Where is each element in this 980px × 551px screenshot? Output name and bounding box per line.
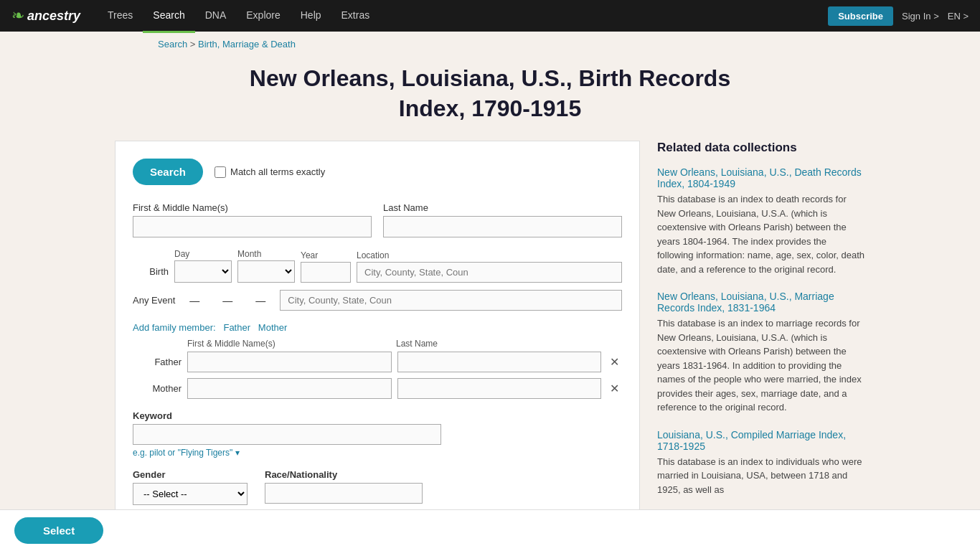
any-event-label: Any Event	[133, 295, 175, 306]
last-name-input[interactable]	[383, 216, 622, 237]
race-input[interactable]	[265, 483, 423, 504]
related-link-1[interactable]: New Orleans, Louisiana, U.S., Death Reco…	[657, 166, 865, 189]
birth-day-group: Day	[174, 249, 232, 283]
father-last-input[interactable]	[397, 352, 602, 372]
related-item-3: Louisiana, U.S., Compiled Marriage Index…	[657, 429, 865, 497]
keyword-label: Keyword	[133, 410, 622, 421]
day-label: Day	[174, 249, 232, 259]
select-bottom-bar: Select	[0, 509, 980, 551]
gender-select[interactable]: -- Select -- Male Female	[133, 483, 248, 505]
race-label: Race/Nationality	[265, 469, 423, 480]
page-title: New Orleans, Louisiana, U.S., Birth Reco…	[239, 64, 741, 123]
related-link-3[interactable]: Louisiana, U.S., Compiled Marriage Index…	[657, 429, 865, 452]
search-panel: Search Match all terms exactly First & M…	[115, 141, 640, 523]
gender-label: Gender	[133, 469, 248, 480]
mother-label: Mother	[133, 383, 182, 394]
any-event-row: Any Event — — —	[133, 290, 622, 311]
any-event-location-group	[280, 290, 622, 311]
birth-location-group: Location	[357, 250, 622, 283]
ancestry-leaf-icon: ❧	[11, 6, 24, 25]
select-button[interactable]: Select	[14, 517, 103, 544]
match-exact-label[interactable]: Match all terms exactly	[215, 166, 325, 178]
family-last-header: Last Name	[396, 339, 593, 349]
any-event-dash3: —	[247, 295, 274, 306]
add-mother-link[interactable]: Mother	[258, 322, 287, 333]
birth-day-select[interactable]	[174, 260, 232, 283]
add-family-static: Add family member:	[133, 322, 216, 333]
gender-group: Gender -- Select -- Male Female	[133, 469, 248, 505]
month-label: Month	[237, 249, 295, 259]
page-title-section: New Orleans, Louisiana, U.S., Birth Reco…	[0, 57, 980, 141]
related-desc-1: This database is an index to death recor…	[657, 192, 865, 276]
location-label: Location	[357, 250, 622, 260]
nav-link-extras[interactable]: Extras	[331, 0, 380, 33]
family-header: First & Middle Name(s) Last Name	[133, 339, 622, 349]
signin-link[interactable]: Sign In >	[902, 11, 939, 22]
related-item-1: New Orleans, Louisiana, U.S., Death Reco…	[657, 166, 865, 276]
father-label: Father	[133, 357, 182, 367]
nav-link-help[interactable]: Help	[291, 0, 331, 33]
year-label: Year	[301, 250, 351, 260]
related-desc-3: This database is an index to individuals…	[657, 455, 865, 497]
birth-month-group: Month	[237, 249, 295, 283]
mother-row: Mother ✕	[133, 378, 622, 399]
subscribe-button[interactable]: Subscribe	[828, 6, 893, 26]
family-first-header: First & Middle Name(s)	[187, 339, 385, 349]
any-event-dash2: —	[214, 295, 241, 306]
match-exact-text: Match all terms exactly	[230, 166, 325, 177]
birth-year-group: Year	[301, 250, 351, 283]
search-button[interactable]: Search	[133, 159, 203, 185]
keyword-input[interactable]	[133, 424, 441, 445]
last-name-label: Last Name	[383, 202, 622, 213]
search-top-row: Search Match all terms exactly	[133, 159, 622, 185]
match-exact-checkbox[interactable]	[215, 166, 226, 178]
first-middle-label: First & Middle Name(s)	[133, 202, 372, 213]
breadcrumb-birth-link[interactable]: Birth, Marriage & Death	[198, 39, 296, 50]
father-row: Father ✕	[133, 352, 622, 372]
related-desc-2: This database is an index to marriage re…	[657, 316, 865, 415]
related-panel: Related data collections New Orleans, Lo…	[657, 141, 865, 523]
mother-first-input[interactable]	[187, 378, 392, 399]
birth-label: Birth	[133, 266, 169, 283]
keyword-section: Keyword e.g. pilot or "Flying Tigers" ▾	[133, 410, 622, 458]
first-middle-group: First & Middle Name(s)	[133, 202, 372, 237]
any-event-location-input[interactable]	[280, 290, 622, 311]
related-item-2: New Orleans, Louisiana, U.S., Marriage R…	[657, 291, 865, 415]
nav-link-trees[interactable]: Trees	[98, 0, 143, 33]
birth-month-select[interactable]	[237, 260, 295, 283]
main-layout: Search Match all terms exactly First & M…	[0, 141, 980, 523]
add-father-link[interactable]: Father	[223, 322, 250, 333]
mother-remove-button[interactable]: ✕	[607, 379, 622, 398]
nav-right: Subscribe Sign In > EN >	[828, 6, 969, 26]
name-row: First & Middle Name(s) Last Name	[133, 202, 622, 237]
nav-link-explore[interactable]: Explore	[236, 0, 290, 33]
related-link-2[interactable]: New Orleans, Louisiana, U.S., Marriage R…	[657, 291, 865, 314]
last-name-group: Last Name	[383, 202, 622, 237]
keyword-hint[interactable]: e.g. pilot or "Flying Tigers" ▾	[133, 448, 622, 458]
nav-links: Trees Search DNA Explore Help Extras	[98, 0, 828, 33]
logo-text: ancestry	[27, 9, 80, 24]
father-remove-button[interactable]: ✕	[607, 352, 622, 372]
navigation: ❧ ancestry Trees Search DNA Explore Help…	[0, 0, 980, 32]
language-selector[interactable]: EN >	[948, 11, 969, 22]
logo[interactable]: ❧ ancestry	[11, 6, 80, 25]
birth-row: Birth Day Month Year Location	[133, 249, 622, 283]
race-group: Race/Nationality	[265, 469, 423, 505]
add-family-label: Add family member: Father Mother	[133, 322, 622, 333]
breadcrumb-search-link[interactable]: Search	[158, 39, 187, 50]
breadcrumb-separator: >	[190, 39, 198, 50]
any-event-dash1: —	[181, 295, 208, 306]
father-first-input[interactable]	[187, 352, 392, 372]
birth-year-input[interactable]	[301, 262, 351, 283]
breadcrumb: Search > Birth, Marriage & Death	[0, 32, 980, 57]
nav-link-dna[interactable]: DNA	[195, 0, 237, 33]
nav-link-search[interactable]: Search	[143, 0, 194, 33]
related-heading: Related data collections	[657, 141, 865, 155]
add-family-section: Add family member: Father Mother First &…	[133, 322, 622, 399]
first-middle-input[interactable]	[133, 216, 372, 237]
gender-race-row: Gender -- Select -- Male Female Race/Nat…	[133, 469, 622, 505]
mother-last-input[interactable]	[397, 378, 602, 399]
birth-location-input[interactable]	[357, 262, 622, 283]
